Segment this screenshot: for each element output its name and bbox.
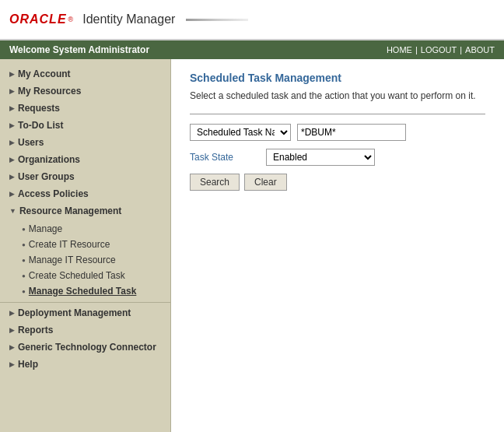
header-divider (186, 19, 248, 21)
sidebar: ▶ My Account ▶ My Resources ▶ Requests ▶… (0, 59, 171, 432)
arrow-icon: ▶ (9, 360, 15, 368)
arrow-icon: ▼ (9, 207, 16, 215)
sidebar-label: My Resources (18, 86, 81, 97)
sidebar-label: To-Do List (18, 120, 63, 131)
sidebar-label: Reports (18, 325, 53, 335)
oracle-text: ORACLE (9, 12, 67, 26)
arrow-icon: ▶ (9, 70, 15, 78)
subitem-manage[interactable]: ● Manage (0, 221, 170, 237)
subitem-label: Manage IT Resource (29, 255, 116, 265)
arrow-icon: ▶ (9, 309, 15, 317)
sidebar-item-resource-management[interactable]: ▼ Resource Management (0, 202, 170, 220)
separator1: | (415, 45, 418, 54)
content-description: Select a scheduled task and the action t… (190, 90, 485, 101)
sidebar-label: Users (18, 137, 44, 148)
arrow-icon: ▶ (9, 139, 15, 146)
field-row: Scheduled Task Name Task State (190, 124, 485, 141)
sidebar-label: Requests (18, 103, 60, 114)
logout-link[interactable]: LOGOUT (421, 45, 457, 54)
subitem-label: Create IT Resource (29, 239, 110, 250)
sidebar-item-help[interactable]: ▶ Help (0, 356, 170, 373)
navbar: Welcome System Administrator HOME | LOGO… (0, 40, 504, 59)
sidebar-item-users[interactable]: ▶ Users (0, 134, 170, 151)
sidebar-section-bottom: ▶ Deployment Management ▶ Reports ▶ Gene… (0, 302, 170, 374)
search-button[interactable]: Search (190, 174, 240, 191)
sidebar-label: Resource Management (19, 205, 121, 216)
clear-button[interactable]: Clear (244, 174, 287, 191)
subitem-label-active: Manage Scheduled Task (29, 286, 137, 297)
oracle-reg-mark: ® (68, 16, 74, 23)
product-name: Identity Manager (82, 12, 175, 26)
sidebar-item-reports[interactable]: ▶ Reports (0, 321, 170, 339)
sidebar-label: Organizations (18, 154, 80, 165)
sidebar-label: Help (18, 359, 38, 370)
logo-area: ORACLE® Identity Manager (9, 12, 248, 26)
sidebar-item-access-policies[interactable]: ▶ Access Policies (0, 185, 170, 202)
main-layout: ▶ My Account ▶ My Resources ▶ Requests ▶… (0, 59, 504, 432)
sidebar-item-generic-technology[interactable]: ▶ Generic Technology Connector (0, 339, 170, 356)
sidebar-label: User Groups (18, 171, 75, 182)
sidebar-label: Generic Technology Connector (18, 342, 156, 353)
about-link[interactable]: ABOUT (465, 45, 495, 54)
task-state-row: Task State Enabled Disabled All (190, 149, 485, 166)
arrow-icon: ▶ (9, 87, 15, 95)
sidebar-item-my-resources[interactable]: ▶ My Resources (0, 83, 170, 100)
subitem-manage-scheduled-task[interactable]: ● Manage Scheduled Task (0, 283, 170, 299)
content-area: Scheduled Task Management Select a sched… (171, 59, 504, 432)
subitem-create-scheduled-task[interactable]: ● Create Scheduled Task (0, 268, 170, 283)
arrow-icon: ▶ (9, 121, 15, 129)
task-state-dropdown[interactable]: Enabled Disabled All (266, 149, 375, 166)
arrow-icon: ▶ (9, 104, 15, 112)
search-input[interactable] (297, 124, 406, 141)
subitem-manage-it-resource[interactable]: ● Manage IT Resource (0, 252, 170, 268)
bullet-icon: ● (22, 288, 26, 295)
sidebar-label: Access Policies (18, 188, 89, 199)
bullet-icon: ● (22, 257, 26, 264)
subitem-create-it-resource[interactable]: ● Create IT Resource (0, 237, 170, 252)
page-title: Scheduled Task Management (190, 72, 485, 84)
button-row: Search Clear (190, 174, 485, 191)
sidebar-item-organizations[interactable]: ▶ Organizations (0, 151, 170, 168)
home-link[interactable]: HOME (387, 45, 412, 54)
arrow-icon: ▶ (9, 173, 15, 181)
bullet-icon: ● (22, 226, 26, 233)
sidebar-label: My Account (18, 68, 71, 79)
arrow-icon: ▶ (9, 343, 15, 351)
header: ORACLE® Identity Manager (0, 0, 504, 40)
sidebar-item-user-groups[interactable]: ▶ User Groups (0, 168, 170, 185)
field-type-dropdown[interactable]: Scheduled Task Name Task State (190, 124, 291, 141)
welcome-text: Welcome System Administrator (9, 44, 149, 55)
search-divider (190, 114, 485, 114)
arrow-icon: ▶ (9, 156, 15, 163)
sidebar-label: Deployment Management (18, 307, 131, 318)
subitem-label: Manage (29, 223, 62, 234)
arrow-icon: ▶ (9, 326, 15, 334)
sidebar-item-requests[interactable]: ▶ Requests (0, 100, 170, 117)
arrow-icon: ▶ (9, 190, 15, 198)
resource-management-submenu: ● Manage ● Create IT Resource ● Manage I… (0, 220, 170, 300)
bullet-icon: ● (22, 241, 26, 248)
oracle-logo: ORACLE® (9, 12, 73, 26)
subitem-label: Create Scheduled Task (29, 270, 125, 281)
sidebar-item-todo-list[interactable]: ▶ To-Do List (0, 117, 170, 134)
sidebar-item-my-account[interactable]: ▶ My Account (0, 65, 170, 83)
sidebar-item-deployment-management[interactable]: ▶ Deployment Management (0, 304, 170, 321)
navbar-links: HOME | LOGOUT | ABOUT (387, 45, 495, 54)
task-state-label: Task State (190, 152, 260, 163)
separator2: | (460, 45, 462, 54)
bullet-icon: ● (22, 272, 26, 279)
